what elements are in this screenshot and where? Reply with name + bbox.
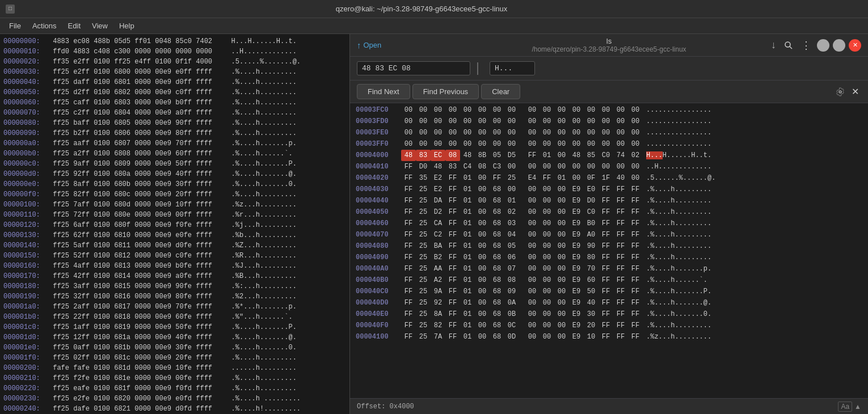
hex-byte[interactable]: 30: [584, 309, 599, 320]
hex-byte[interactable]: FF: [628, 184, 643, 195]
hex-byte[interactable]: 00: [554, 195, 569, 206]
hex-byte[interactable]: 00: [599, 161, 613, 172]
hex-byte[interactable]: EC: [431, 150, 445, 161]
hex-byte[interactable]: 02: [504, 206, 519, 218]
hex-byte[interactable]: 68: [490, 240, 504, 252]
hex-byte[interactable]: FF: [613, 240, 628, 252]
hex-byte[interactable]: 68: [490, 286, 504, 297]
hex-byte[interactable]: 00: [613, 104, 628, 116]
hex-byte[interactable]: E0: [584, 184, 599, 195]
hex-byte[interactable]: 00: [401, 116, 416, 127]
hex-byte[interactable]: 00: [525, 138, 540, 150]
hex-byte[interactable]: 25: [416, 309, 431, 320]
hex-byte[interactable]: B0: [584, 218, 599, 229]
hex-byte[interactable]: FF: [401, 218, 416, 229]
hex-byte[interactable]: 00: [475, 286, 490, 297]
hex-byte[interactable]: 01: [460, 240, 475, 252]
hex-byte[interactable]: 00: [445, 127, 460, 138]
hex-byte[interactable]: 40: [613, 172, 628, 184]
hex-byte[interactable]: 01: [460, 206, 475, 218]
hex-byte[interactable]: FF: [401, 263, 416, 274]
hex-byte[interactable]: 00: [525, 116, 540, 127]
hex-byte[interactable]: 60: [584, 274, 599, 286]
hex-byte[interactable]: 00: [569, 161, 584, 172]
hex-byte[interactable]: 00: [554, 286, 569, 297]
hex-byte[interactable]: 01: [554, 172, 569, 184]
hex-byte[interactable]: 00: [504, 161, 519, 172]
hex-byte[interactable]: FF: [613, 331, 628, 343]
hex-byte[interactable]: 00: [525, 206, 540, 218]
hex-byte[interactable]: 00: [569, 104, 584, 116]
hex-byte[interactable]: 00: [628, 127, 643, 138]
hex-byte[interactable]: 00: [460, 138, 475, 150]
hex-byte[interactable]: 50: [584, 286, 599, 297]
hex-byte[interactable]: 25: [416, 184, 431, 195]
hex-byte[interactable]: FF: [401, 195, 416, 206]
hex-byte[interactable]: 25: [416, 195, 431, 206]
scroll-up-label[interactable]: ▲: [854, 403, 861, 411]
hex-byte[interactable]: FF: [613, 206, 628, 218]
hex-byte[interactable]: 40: [584, 297, 599, 309]
hex-byte[interactable]: FF: [445, 274, 460, 286]
hex-byte[interactable]: FF: [628, 320, 643, 331]
hex-byte[interactable]: FF: [599, 309, 613, 320]
hex-byte[interactable]: 01: [460, 297, 475, 309]
hex-byte[interactable]: 00: [554, 150, 569, 161]
hex-byte[interactable]: 00: [431, 116, 445, 127]
hex-byte[interactable]: 00: [540, 138, 554, 150]
hex-byte[interactable]: DA: [431, 195, 445, 206]
hex-byte[interactable]: 00: [475, 252, 490, 263]
hex-byte[interactable]: 00: [540, 274, 554, 286]
hex-byte[interactable]: 00: [475, 172, 490, 184]
hex-byte[interactable]: 0C: [504, 320, 519, 331]
hex-byte[interactable]: 00: [628, 161, 643, 172]
hex-byte[interactable]: FF: [599, 286, 613, 297]
hex-byte[interactable]: A2: [431, 274, 445, 286]
hex-byte[interactable]: 00: [540, 127, 554, 138]
hex-byte[interactable]: 00: [445, 138, 460, 150]
hex-byte[interactable]: A0: [584, 229, 599, 240]
hex-byte[interactable]: FF: [628, 252, 643, 263]
hex-byte[interactable]: 68: [490, 195, 504, 206]
hex-byte[interactable]: 00: [569, 138, 584, 150]
open-button[interactable]: ↑ Open: [357, 40, 381, 50]
hex-byte[interactable]: FF: [445, 309, 460, 320]
hex-byte[interactable]: 04: [504, 229, 519, 240]
hex-byte[interactable]: FF: [613, 229, 628, 240]
hex-byte[interactable]: BA: [431, 240, 445, 252]
hex-byte[interactable]: 00: [554, 206, 569, 218]
hex-byte[interactable]: 00: [525, 240, 540, 252]
menu-actions[interactable]: Actions: [28, 20, 61, 31]
case-sensitive-label[interactable]: Aa: [838, 402, 852, 412]
hex-byte[interactable]: E2: [431, 184, 445, 195]
hex-byte[interactable]: 00: [490, 116, 504, 127]
hex-byte[interactable]: FF: [628, 229, 643, 240]
hex-byte[interactable]: FF: [401, 286, 416, 297]
hex-byte[interactable]: 05: [490, 150, 504, 161]
hex-byte[interactable]: E9: [569, 331, 584, 343]
hex-byte[interactable]: 25: [416, 297, 431, 309]
hex-byte[interactable]: 00: [554, 127, 569, 138]
hex-byte[interactable]: 00: [525, 263, 540, 274]
hex-byte[interactable]: FF: [445, 195, 460, 206]
hex-byte[interactable]: 00: [401, 127, 416, 138]
hex-byte[interactable]: 05: [504, 240, 519, 252]
hex-byte[interactable]: 03: [504, 218, 519, 229]
hex-byte[interactable]: 00: [540, 286, 554, 297]
hex-byte[interactable]: 35: [416, 172, 431, 184]
hex-byte[interactable]: 1F: [599, 172, 613, 184]
hex-byte[interactable]: 00: [628, 116, 643, 127]
hex-byte[interactable]: E9: [569, 297, 584, 309]
hex-byte[interactable]: 00: [475, 218, 490, 229]
hex-byte[interactable]: FF: [445, 331, 460, 343]
hex-byte[interactable]: 00: [584, 127, 599, 138]
hex-byte[interactable]: FF: [445, 252, 460, 263]
hex-byte[interactable]: FF: [401, 172, 416, 184]
hex-byte[interactable]: 00: [431, 104, 445, 116]
hex-byte[interactable]: 00: [475, 138, 490, 150]
hex-byte[interactable]: 10: [584, 331, 599, 343]
hex-byte[interactable]: 00: [475, 240, 490, 252]
hex-byte[interactable]: 01: [460, 309, 475, 320]
hex-editor-area[interactable]: 00003FC000000000000000000000000000000000…: [350, 103, 868, 398]
hex-byte[interactable]: FF: [613, 309, 628, 320]
